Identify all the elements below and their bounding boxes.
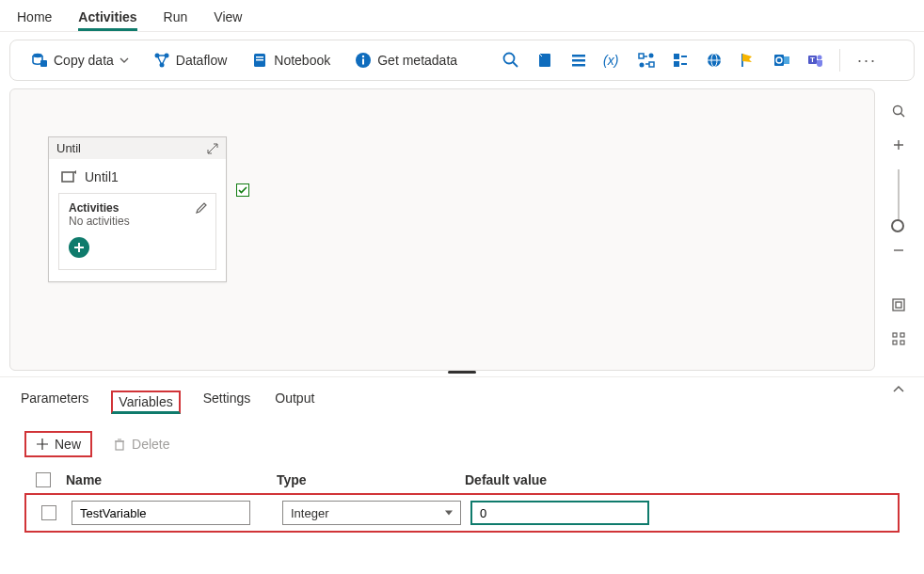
- svg-rect-6: [256, 56, 263, 58]
- tab-parameters[interactable]: Parameters: [19, 385, 90, 418]
- activities-sub: No activities: [69, 215, 206, 228]
- delete-variable-button[interactable]: Delete: [105, 433, 177, 455]
- fit-screen-icon[interactable]: [884, 290, 914, 320]
- svg-rect-9: [362, 59, 364, 65]
- svg-rect-23: [681, 56, 687, 57]
- zoom-slider-knob[interactable]: [891, 219, 904, 232]
- svg-rect-42: [893, 341, 897, 344]
- svg-rect-24: [674, 61, 679, 67]
- activities-toolbar: Copy data Dataflow Notebook Get metadata…: [9, 40, 915, 81]
- validation-check-icon: [236, 183, 249, 197]
- svg-rect-35: [62, 172, 73, 182]
- activities-label: Activities: [69, 201, 206, 215]
- loop-icon: [60, 168, 77, 185]
- row-checkbox[interactable]: [41, 505, 56, 520]
- svg-text:T: T: [810, 56, 815, 64]
- flag-icon[interactable]: [734, 46, 762, 74]
- dataflow-button[interactable]: Dataflow: [144, 48, 236, 72]
- svg-rect-19: [649, 62, 654, 67]
- menu-tab-view[interactable]: View: [214, 6, 242, 31]
- list-icon[interactable]: [565, 46, 593, 74]
- col-header-name: Name: [62, 472, 273, 487]
- layout-icon[interactable]: [884, 324, 914, 354]
- svg-line-37: [900, 113, 904, 117]
- svg-point-0: [33, 54, 42, 57]
- svg-point-4: [159, 63, 164, 68]
- col-header-type: Type: [273, 472, 461, 487]
- svg-point-21: [640, 63, 645, 68]
- database-copy-icon: [31, 52, 48, 69]
- add-activity-button[interactable]: [69, 237, 89, 258]
- until-header-label: Until: [56, 141, 81, 155]
- svg-rect-38: [893, 299, 904, 311]
- notebook-button[interactable]: Notebook: [242, 48, 340, 72]
- chevron-down-icon: [119, 56, 129, 65]
- svg-rect-14: [572, 55, 585, 57]
- svg-rect-25: [681, 63, 687, 65]
- variable-name-input[interactable]: [72, 501, 250, 525]
- plus-icon: [36, 438, 49, 451]
- dataflow-label: Dataflow: [176, 53, 227, 68]
- svg-rect-22: [674, 54, 679, 59]
- svg-rect-40: [893, 333, 897, 337]
- svg-point-34: [818, 56, 822, 60]
- svg-point-20: [649, 54, 654, 58]
- delete-label: Delete: [132, 437, 169, 452]
- copy-data-label: Copy data: [54, 53, 114, 68]
- new-variable-button[interactable]: New: [24, 431, 92, 457]
- menu-tab-home[interactable]: Home: [17, 6, 52, 31]
- panel-drag-handle[interactable]: [0, 371, 924, 376]
- notebook-label: Notebook: [274, 53, 330, 68]
- outlook-icon[interactable]: [768, 46, 796, 74]
- script-icon[interactable]: [531, 46, 559, 74]
- svg-point-3: [164, 54, 168, 58]
- dataflow-icon: [153, 52, 170, 69]
- svg-rect-18: [639, 54, 644, 58]
- zoom-slider[interactable]: [898, 169, 900, 226]
- svg-rect-44: [116, 441, 123, 450]
- menu-tab-activities[interactable]: Activities: [78, 6, 136, 31]
- table-row: Integer: [24, 493, 900, 533]
- svg-rect-16: [572, 64, 585, 67]
- copy-data-button[interactable]: Copy data: [22, 48, 138, 72]
- svg-rect-15: [572, 59, 585, 62]
- until-activity-card[interactable]: Until Until1 Activities No activities: [48, 136, 227, 282]
- variable-icon[interactable]: (x): [598, 46, 627, 74]
- pencil-icon[interactable]: [195, 201, 208, 215]
- svg-point-10: [362, 56, 364, 57]
- web-icon[interactable]: [700, 46, 728, 74]
- collapse-arrow-icon[interactable]: [207, 143, 218, 154]
- svg-point-2: [154, 54, 159, 58]
- new-label: New: [55, 437, 81, 452]
- teams-icon[interactable]: T: [802, 46, 830, 74]
- menu-tab-run[interactable]: Run: [164, 6, 188, 31]
- variable-default-input[interactable]: [470, 501, 649, 525]
- zoom-out-button[interactable]: [884, 235, 914, 265]
- variables-table: Name Type Default value Integer: [0, 467, 924, 533]
- svg-rect-31: [784, 56, 789, 64]
- pipeline-icon[interactable]: [632, 46, 661, 74]
- canvas-side-toolbar: [879, 88, 918, 371]
- collapse-panel-button[interactable]: [892, 383, 905, 396]
- svg-rect-43: [900, 341, 904, 344]
- svg-rect-39: [896, 302, 901, 308]
- top-menu: Home Activities Run View: [0, 0, 924, 32]
- until-activities-box: Activities No activities: [58, 193, 216, 270]
- zoom-in-button[interactable]: [884, 130, 914, 160]
- tab-output[interactable]: Output: [273, 385, 316, 418]
- more-button[interactable]: ···: [850, 51, 884, 71]
- variable-type-select[interactable]: Integer: [282, 501, 461, 525]
- get-metadata-button[interactable]: Get metadata: [345, 48, 467, 72]
- pipeline-canvas[interactable]: Until Until1 Activities No activities: [9, 88, 875, 371]
- svg-rect-1: [40, 60, 47, 67]
- svg-rect-7: [256, 59, 263, 61]
- search-canvas-icon[interactable]: [884, 96, 914, 126]
- svg-point-11: [504, 54, 515, 64]
- tab-settings[interactable]: Settings: [201, 385, 253, 418]
- svg-line-12: [513, 62, 518, 67]
- tab-variables[interactable]: Variables: [111, 391, 180, 414]
- select-all-checkbox[interactable]: [36, 472, 51, 487]
- form-icon[interactable]: [666, 46, 694, 74]
- col-header-default: Default value: [461, 472, 649, 487]
- search-icon[interactable]: [497, 46, 525, 74]
